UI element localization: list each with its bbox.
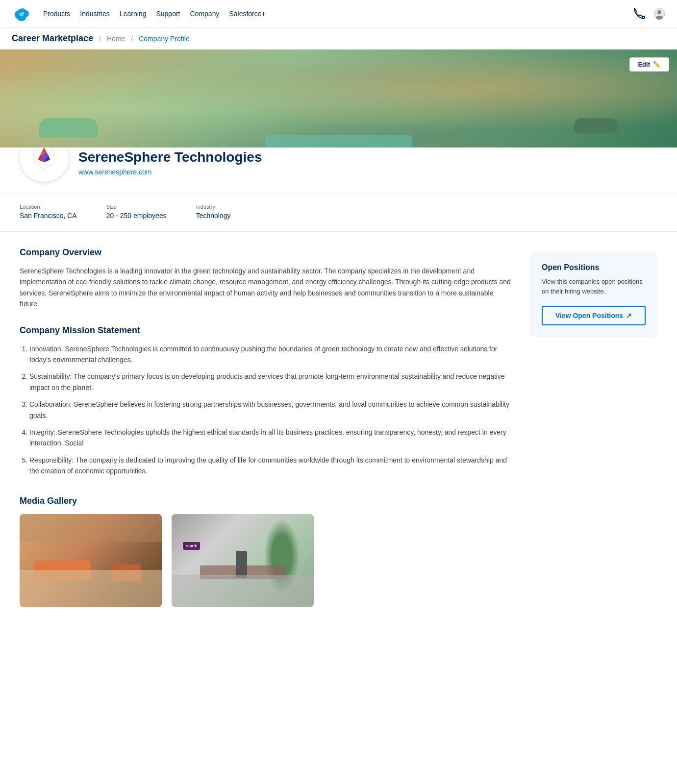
hero-decoration-couch1 <box>39 118 98 138</box>
company-url[interactable]: www.serenesphere.com <box>78 168 151 176</box>
edit-pencil-icon: ✏️ <box>653 61 661 68</box>
media-section: Media Gallery sla <box>20 496 514 607</box>
media-grid: slack <box>20 514 514 607</box>
breadcrumb-home[interactable]: Home <box>107 35 125 43</box>
content-area: Company Overview SereneSphere Technologi… <box>0 232 677 623</box>
hero-decoration-couch2 <box>574 118 618 133</box>
nav-support[interactable]: Support <box>156 10 180 18</box>
media-title: Media Gallery <box>20 496 514 506</box>
meta-industry: Industry Technology <box>196 204 231 220</box>
mission-title: Company Mission Statement <box>20 325 514 336</box>
open-positions-title: Open Positions <box>542 263 646 272</box>
mission-item-5: Responsibility: The company is dedicated… <box>29 455 514 477</box>
thumb1-floor <box>20 570 162 607</box>
thumb2-person <box>236 551 247 577</box>
breadcrumb-separator: / <box>99 35 101 43</box>
sidebar: Open Positions View this companies open … <box>530 247 657 607</box>
phone-icon[interactable] <box>634 8 646 20</box>
nav-company[interactable]: Company <box>190 10 220 18</box>
edit-label: Edit <box>638 61 650 68</box>
thumb1-inner <box>20 514 162 607</box>
size-value: 20 - 250 employees <box>106 212 167 220</box>
overview-text: SereneSphere Technologies is a leading i… <box>20 266 514 310</box>
hero-banner: Edit ✏️ <box>0 49 677 147</box>
hero-decoration-pool <box>265 135 412 147</box>
thumb1-ceiling <box>20 514 162 542</box>
edit-button[interactable]: Edit ✏️ <box>629 57 669 72</box>
hero-banner-bg <box>0 49 677 147</box>
thumb2-floor <box>172 575 314 608</box>
svg-point-7 <box>657 10 661 14</box>
nav-industries[interactable]: Industries <box>80 10 110 18</box>
view-open-positions-button[interactable]: View Open Positions ↗ <box>542 306 646 325</box>
size-label: Size <box>106 204 167 210</box>
open-positions-card: Open Positions View this companies open … <box>530 251 657 337</box>
company-name: SereneSphere Technologies <box>78 149 262 165</box>
mission-item-2: Sustainability: The company's primary fo… <box>29 371 514 393</box>
salesforce-logo[interactable]: sf <box>12 4 31 24</box>
nav-learning[interactable]: Learning <box>120 10 147 18</box>
nav-right-icons <box>634 8 665 20</box>
location-value: San Francisco, CA <box>20 212 77 220</box>
view-open-positions-label: View Open Positions <box>555 312 623 319</box>
nav-bar: sf Products Industries Learning Support … <box>0 0 677 27</box>
media-thumb-2[interactable]: slack <box>172 514 314 607</box>
svg-point-8 <box>656 16 663 20</box>
main-content: Company Overview SereneSphere Technologi… <box>20 247 514 607</box>
sub-nav: Career Marketplace / Home / Company Prof… <box>0 27 677 49</box>
thumb2-inner: slack <box>172 514 314 607</box>
meta-section: Location San Francisco, CA Size 20 - 250… <box>0 194 677 232</box>
overview-title: Company Overview <box>20 247 514 258</box>
mission-item-3: Collaboration: SereneSphere believes in … <box>29 399 514 421</box>
mission-item-4: Integrity: SereneSphere Technologies uph… <box>29 427 514 449</box>
thumb2-slack-logo: slack <box>183 542 200 550</box>
career-marketplace-title: Career Marketplace <box>12 33 93 44</box>
industry-value: Technology <box>196 212 231 220</box>
svg-text:sf: sf <box>20 12 25 17</box>
industry-label: Industry <box>196 204 231 210</box>
mission-list: Innovation: SereneSphere Technologies is… <box>20 343 514 477</box>
breadcrumb-separator-2: / <box>131 35 133 43</box>
user-avatar-icon[interactable] <box>653 8 665 20</box>
external-link-icon: ↗ <box>626 312 632 319</box>
meta-size: Size 20 - 250 employees <box>106 204 167 220</box>
nav-products[interactable]: Products <box>43 10 70 18</box>
nav-salesforce-plus[interactable]: Salesforce+ <box>229 10 265 18</box>
open-positions-description: View this companies open positions on th… <box>542 277 646 296</box>
nav-links: Products Industries Learning Support Com… <box>43 10 622 18</box>
location-label: Location <box>20 204 77 210</box>
mission-item-1: Innovation: SereneSphere Technologies is… <box>29 343 514 366</box>
meta-location: Location San Francisco, CA <box>20 204 77 220</box>
breadcrumb-company-profile[interactable]: Company Profile <box>139 35 190 43</box>
media-thumb-1[interactable] <box>20 514 162 607</box>
